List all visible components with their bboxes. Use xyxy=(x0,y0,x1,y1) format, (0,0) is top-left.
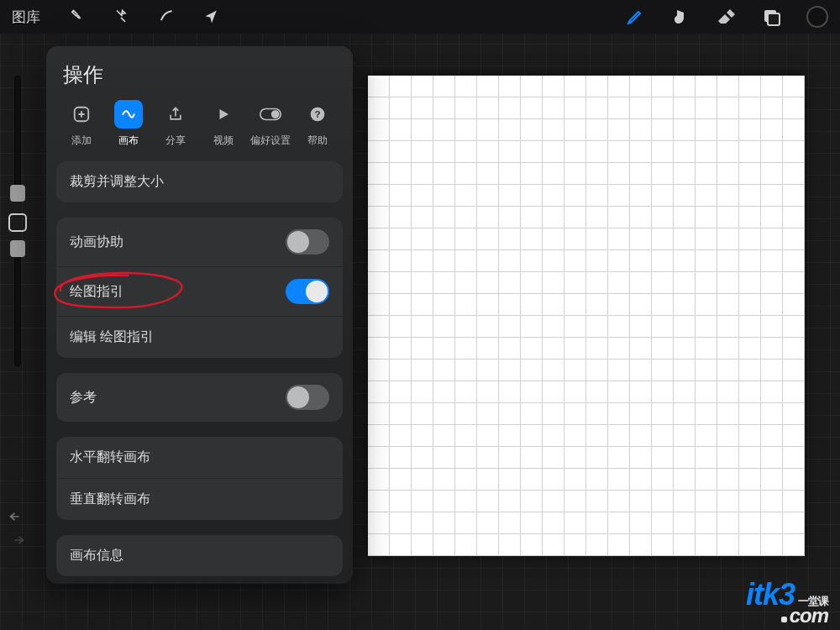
tab-prefs[interactable]: 偏好设置 xyxy=(249,100,292,148)
row-crop-resize[interactable]: 裁剪并调整大小 xyxy=(56,161,343,202)
row-reference[interactable]: 参考 xyxy=(56,373,343,422)
tab-add[interactable]: 添加 xyxy=(60,100,103,148)
brush-opacity-slider[interactable] xyxy=(14,240,21,366)
eyedropper-button[interactable] xyxy=(8,213,27,232)
toggle-icon xyxy=(256,100,285,129)
canvas-icon xyxy=(114,100,143,129)
share-icon xyxy=(161,100,190,129)
svg-text:?: ? xyxy=(314,108,320,119)
row-edit-drawing-guide-label: 编辑 绘图指引 xyxy=(70,328,154,346)
gallery-button[interactable]: 图库 xyxy=(12,8,40,27)
row-animation-assist[interactable]: 动画协助 xyxy=(56,218,343,267)
row-animation-assist-label: 动画协助 xyxy=(70,234,123,251)
row-flip-vertical-label: 垂直翻转画布 xyxy=(70,491,150,508)
plus-icon xyxy=(67,100,96,129)
row-edit-drawing-guide[interactable]: 编辑 绘图指引 xyxy=(56,317,343,358)
row-crop-resize-label: 裁剪并调整大小 xyxy=(70,173,164,191)
eraser-icon[interactable] xyxy=(716,7,736,27)
watermark-com: com xyxy=(790,604,828,627)
row-canvas-info-label: 画布信息 xyxy=(70,547,123,564)
undo-icon[interactable] xyxy=(8,511,25,522)
drawing-canvas[interactable] xyxy=(368,76,805,556)
group-crop: 裁剪并调整大小 xyxy=(56,161,343,202)
toolbar-left: 图库 xyxy=(12,7,222,27)
wrench-icon[interactable] xyxy=(66,7,86,27)
selection-icon[interactable] xyxy=(156,7,176,27)
watermark: itk3 一堂课 com xyxy=(746,581,828,625)
play-icon xyxy=(209,100,238,129)
smudge-icon[interactable] xyxy=(670,7,690,27)
left-rail xyxy=(3,76,32,375)
tab-canvas[interactable]: 画布 xyxy=(107,100,150,148)
svg-rect-1 xyxy=(768,13,780,25)
tab-help[interactable]: ? 帮助 xyxy=(296,100,339,148)
tab-video-label: 视频 xyxy=(213,134,234,148)
row-flip-horizontal[interactable]: 水平翻转画布 xyxy=(56,437,343,479)
tab-video[interactable]: 视频 xyxy=(202,100,245,148)
panel-title: 操作 xyxy=(46,46,353,97)
toggle-animation-assist[interactable] xyxy=(286,229,329,255)
brush-opacity-thumb[interactable] xyxy=(10,240,25,257)
svg-point-5 xyxy=(271,111,278,118)
row-flip-vertical[interactable]: 垂直翻转画布 xyxy=(56,479,343,520)
row-flip-horizontal-label: 水平翻转画布 xyxy=(70,449,150,466)
panel-tabs: 添加 画布 分享 视频 xyxy=(46,97,353,158)
group-reference: 参考 xyxy=(56,373,343,422)
transform-icon[interactable] xyxy=(202,7,222,27)
toolbar-right xyxy=(625,6,828,28)
color-swatch[interactable] xyxy=(806,6,828,28)
procreate-app: 图库 xyxy=(0,0,840,630)
adjustments-icon[interactable] xyxy=(111,7,131,27)
tab-share-label: 分享 xyxy=(165,134,186,148)
brush-size-slider[interactable] xyxy=(14,76,21,202)
top-toolbar: 图库 xyxy=(0,0,840,34)
group-info: 画布信息 xyxy=(56,535,343,576)
help-icon: ? xyxy=(303,100,332,129)
tab-canvas-label: 画布 xyxy=(118,134,139,148)
watermark-brand: itk3 xyxy=(746,581,795,608)
toggle-drawing-guide[interactable] xyxy=(286,279,329,304)
group-guides: 动画协助 绘图指引 编辑 绘图指引 xyxy=(56,218,343,358)
tab-share[interactable]: 分享 xyxy=(154,100,197,148)
brush-size-thumb[interactable] xyxy=(10,185,25,202)
row-canvas-info[interactable]: 画布信息 xyxy=(56,535,343,576)
actions-panel: 操作 添加 画布 分享 xyxy=(46,46,353,584)
row-drawing-guide[interactable]: 绘图指引 xyxy=(56,267,343,317)
layers-icon[interactable] xyxy=(761,7,781,27)
group-flip: 水平翻转画布 垂直翻转画布 xyxy=(56,437,343,520)
redo-icon[interactable] xyxy=(8,534,25,546)
tab-prefs-label: 偏好设置 xyxy=(250,134,291,148)
tab-help-label: 帮助 xyxy=(307,134,328,148)
tab-add-label: 添加 xyxy=(71,134,92,148)
toggle-reference[interactable] xyxy=(286,385,329,410)
brush-icon[interactable] xyxy=(625,7,645,27)
row-reference-label: 参考 xyxy=(70,389,97,407)
undo-redo-group xyxy=(8,511,25,546)
panel-body: 裁剪并调整大小 动画协助 绘图指引 编辑 绘图指引 参考 xyxy=(46,158,353,584)
row-drawing-guide-label: 绘图指引 xyxy=(70,283,123,301)
